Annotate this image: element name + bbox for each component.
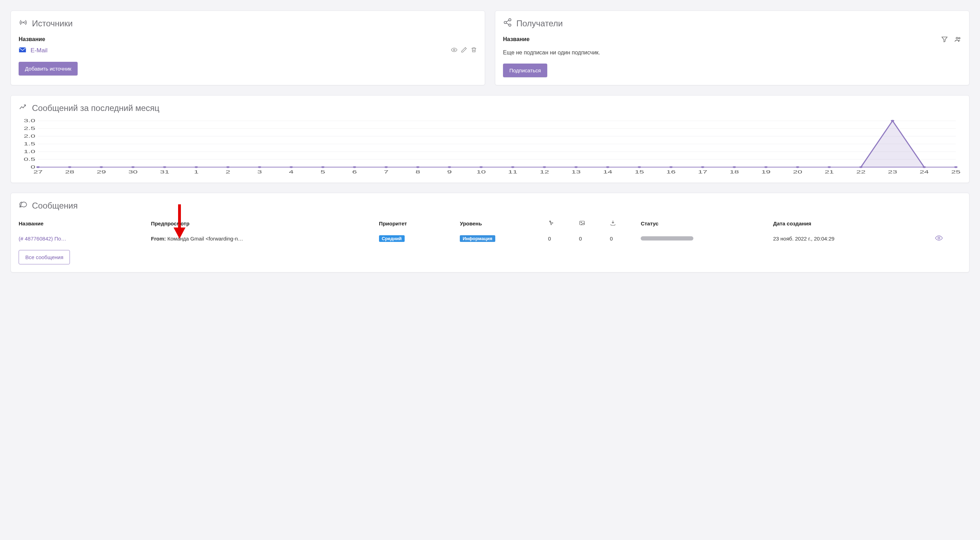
- svg-text:17: 17: [698, 170, 707, 174]
- message-preview: From: Команда Gmail <forwarding-n…: [151, 231, 379, 246]
- col-image-icon: [579, 216, 610, 231]
- chart-title: Сообщений за последний месяц: [19, 103, 961, 114]
- svg-text:13: 13: [571, 170, 581, 174]
- svg-text:9: 9: [447, 170, 452, 174]
- svg-text:8: 8: [415, 170, 420, 174]
- svg-point-36: [448, 167, 451, 168]
- svg-point-7: [959, 37, 960, 39]
- svg-text:0: 0: [30, 165, 35, 169]
- svg-text:2.0: 2.0: [24, 134, 35, 138]
- preview-body: Команда Gmail <forwarding-n…: [166, 236, 243, 241]
- svg-point-37: [479, 167, 483, 168]
- chart-card: Сообщений за последний месяц 00.51.01.52…: [11, 95, 969, 183]
- col-created: Дата создания: [773, 216, 935, 231]
- col-status: Статус: [641, 216, 773, 231]
- svg-text:18: 18: [730, 170, 739, 174]
- source-row: E-Mail: [19, 45, 477, 58]
- svg-point-45: [733, 167, 736, 168]
- svg-text:2.5: 2.5: [24, 126, 35, 130]
- col-level: Уровень: [460, 216, 548, 231]
- subscribe-button[interactable]: Подписаться: [503, 64, 547, 77]
- images-count: 0: [579, 231, 610, 246]
- svg-point-40: [574, 167, 578, 168]
- view-icon[interactable]: [451, 47, 457, 54]
- svg-point-25: [100, 167, 103, 168]
- svg-point-32: [321, 167, 324, 168]
- svg-text:16: 16: [666, 170, 676, 174]
- svg-text:2: 2: [226, 170, 230, 174]
- svg-text:20: 20: [793, 170, 802, 174]
- svg-text:1.5: 1.5: [24, 141, 35, 146]
- clicks-count: 0: [548, 231, 579, 246]
- source-link-email[interactable]: E-Mail: [30, 47, 48, 54]
- svg-point-30: [258, 167, 261, 168]
- sources-title: Источники: [19, 18, 477, 29]
- svg-point-24: [68, 167, 71, 168]
- chat-icon: [19, 200, 28, 211]
- message-row: (# 487760842) По… From: Команда Gmail <f…: [19, 231, 961, 246]
- svg-point-29: [226, 167, 229, 168]
- sources-column-header: Название: [19, 34, 477, 45]
- svg-point-0: [22, 22, 24, 23]
- svg-point-43: [670, 167, 673, 168]
- svg-text:15: 15: [635, 170, 644, 174]
- svg-text:29: 29: [97, 170, 106, 174]
- svg-point-33: [353, 167, 356, 168]
- created-date: 23 нояб. 2022 г., 20:04:29: [773, 231, 935, 246]
- priority-badge: Средний: [379, 235, 405, 242]
- svg-text:10: 10: [477, 170, 486, 174]
- svg-text:6: 6: [352, 170, 357, 174]
- svg-point-6: [956, 37, 958, 39]
- svg-point-48: [827, 167, 831, 168]
- messages-title: Сообщения: [19, 200, 961, 211]
- message-link[interactable]: (# 487760842) По…: [19, 236, 67, 241]
- messages-title-text: Сообщения: [32, 201, 78, 211]
- svg-point-41: [606, 167, 609, 168]
- svg-text:27: 27: [33, 170, 43, 174]
- sources-card: Источники Название E-Mail Добавить источ…: [11, 11, 485, 85]
- svg-rect-1: [19, 48, 26, 52]
- svg-text:3: 3: [257, 170, 262, 174]
- chart-line-icon: [19, 103, 28, 114]
- svg-text:4: 4: [289, 170, 293, 174]
- messages-chart: 00.51.01.52.02.53.0272829303112345678910…: [19, 119, 961, 175]
- share-icon: [503, 18, 512, 29]
- svg-point-84: [581, 222, 582, 222]
- preview-prefix: From:: [151, 236, 166, 241]
- add-source-button[interactable]: Добавить источник: [19, 62, 78, 76]
- edit-icon[interactable]: [461, 47, 467, 54]
- svg-point-42: [638, 167, 641, 168]
- svg-point-28: [195, 167, 198, 168]
- svg-text:24: 24: [920, 170, 929, 174]
- recipients-title: Получатели: [503, 18, 961, 29]
- svg-text:30: 30: [128, 170, 137, 174]
- col-name: Название: [19, 216, 151, 231]
- level-badge: Информация: [460, 235, 495, 242]
- svg-point-85: [938, 237, 940, 239]
- svg-point-5: [509, 24, 511, 26]
- svg-text:19: 19: [761, 170, 770, 174]
- recipients-card: Получатели Название Еще не подписан ни о…: [495, 11, 969, 85]
- svg-point-52: [954, 167, 957, 168]
- trash-icon[interactable]: [471, 47, 477, 54]
- filter-icon[interactable]: [941, 36, 948, 44]
- svg-point-47: [796, 167, 799, 168]
- all-messages-button[interactable]: Все сообщения: [19, 250, 70, 264]
- svg-point-4: [504, 21, 506, 24]
- svg-text:28: 28: [65, 170, 74, 174]
- recipients-title-text: Получатели: [516, 19, 563, 29]
- col-preview: Предпросмотр: [151, 216, 379, 231]
- svg-point-46: [764, 167, 767, 168]
- view-message-icon[interactable]: [935, 231, 961, 246]
- status-cell: [641, 231, 773, 246]
- svg-point-23: [37, 167, 40, 168]
- users-icon[interactable]: [955, 36, 961, 44]
- svg-text:23: 23: [888, 170, 897, 174]
- svg-point-31: [290, 167, 293, 168]
- svg-text:25: 25: [951, 170, 960, 174]
- svg-point-35: [416, 167, 419, 168]
- svg-text:31: 31: [160, 170, 169, 174]
- svg-text:3.0: 3.0: [24, 119, 35, 123]
- svg-text:1: 1: [194, 170, 199, 174]
- svg-point-39: [542, 167, 546, 168]
